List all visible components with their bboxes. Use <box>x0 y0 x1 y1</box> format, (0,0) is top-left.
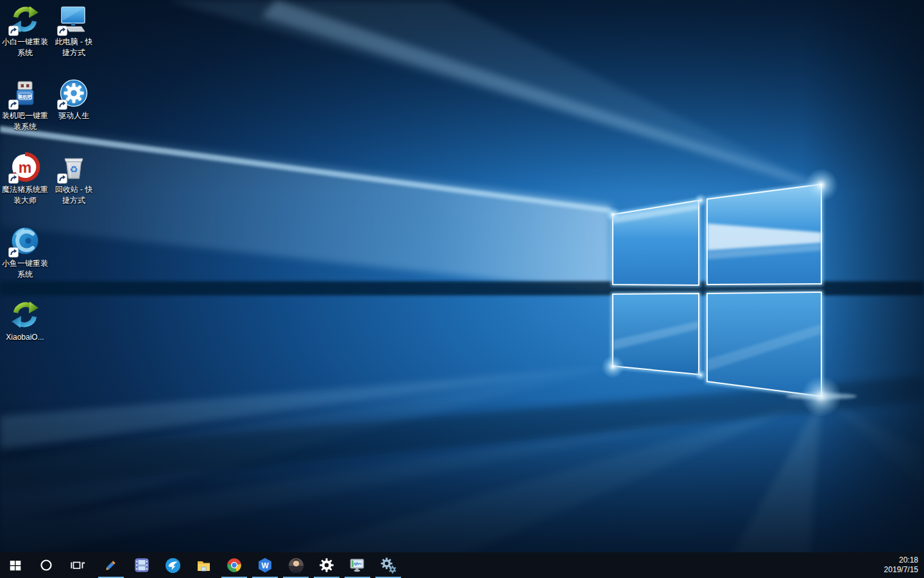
svg-text:装机吧: 装机吧 <box>18 94 33 100</box>
shortcut-arrow-icon <box>57 26 67 36</box>
taskbar-wps[interactable]: W <box>250 552 280 578</box>
taskbar-file-explorer[interactable] <box>188 552 219 578</box>
taskbar: W <box>0 552 924 578</box>
taskbar-gears-app[interactable] <box>373 552 404 578</box>
desktop-icon-this-pc[interactable]: 此电脑 - 快捷方式 <box>49 3 98 58</box>
shortcut-arrow-icon <box>8 173 19 184</box>
desktop: 小白一键重装系统 此电脑 - 快捷方式 <box>0 0 924 578</box>
shortcut-arrow-icon <box>8 100 19 110</box>
pencil-icon <box>103 557 119 574</box>
icon-label: 装机吧一键重装系统 <box>1 110 49 132</box>
task-view-button[interactable] <box>62 552 92 578</box>
taskbar-user-app[interactable] <box>280 552 311 578</box>
shortcut-arrow-icon <box>57 100 67 110</box>
performance-monitor-icon <box>348 556 366 574</box>
icon-label: 此电脑 - 快捷方式 <box>49 37 98 58</box>
desktop-icon-xiaobai-online[interactable]: XiaobaiO... <box>1 298 49 343</box>
taskbar-dingtalk-app[interactable] <box>157 552 188 578</box>
desktop-icon-xiaobai-reinstall[interactable]: 小白一键重装系统 <box>1 3 49 58</box>
film-strip-icon <box>133 557 150 574</box>
icon-label: 回收站 - 快捷方式 <box>49 184 98 206</box>
clock-time: 20:18 <box>884 556 918 565</box>
icon-label: 驱动人生 <box>49 110 98 121</box>
dingtalk-wing-icon <box>164 557 182 574</box>
win10-hero-wallpaper <box>0 0 924 578</box>
user-avatar-icon <box>287 557 305 574</box>
icon-label: 魔法猪系统重装大师 <box>1 184 49 206</box>
icon-label: XiaobaiO... <box>1 332 49 343</box>
search-button[interactable] <box>31 552 62 578</box>
taskbar-monitor-app[interactable] <box>342 552 373 578</box>
shortcut-arrow-icon <box>8 26 19 36</box>
taskbar-video-app[interactable] <box>126 552 157 578</box>
windows-logo-icon <box>8 558 22 572</box>
cortana-circle-icon <box>38 557 54 573</box>
desktop-icon-xiaoyu[interactable]: 小鱼一键重装系统 <box>1 224 49 280</box>
desktop-icon-driver-life[interactable]: 驱动人生 <box>49 76 98 121</box>
taskbar-clock[interactable]: 20:18 2019/7/15 <box>884 556 924 575</box>
desktop-icon-mofazhu[interactable]: m 魔法猪系统重装大师 <box>1 150 49 206</box>
gear-icon <box>318 557 335 574</box>
clock-date: 2019/7/15 <box>884 565 918 575</box>
double-gears-icon <box>379 556 397 574</box>
desktop-icon-zhuangjiba[interactable]: 装机吧 装机吧一键重装系统 <box>1 76 49 132</box>
chrome-icon <box>226 557 243 574</box>
shortcut-arrow-icon <box>8 247 19 258</box>
icon-label: 小白一键重装系统 <box>1 37 49 58</box>
folder-icon <box>195 557 212 574</box>
svg-text:♻: ♻ <box>69 164 78 175</box>
start-button[interactable] <box>0 552 31 578</box>
taskbar-settings[interactable] <box>311 552 342 578</box>
svg-text:W: W <box>261 561 269 570</box>
icon-label: 小鱼一键重装系统 <box>1 258 49 280</box>
shortcut-arrow-icon <box>57 173 67 184</box>
svg-text:m: m <box>19 159 31 176</box>
taskbar-chrome[interactable] <box>219 552 250 578</box>
task-view-icon <box>69 557 85 574</box>
taskbar-pencil-app[interactable] <box>96 552 126 578</box>
refresh-arrows-icon <box>10 299 40 330</box>
desktop-icon-recycle-bin[interactable]: ♻ 回收站 - 快捷方式 <box>49 150 98 206</box>
wps-office-icon: W <box>257 557 273 574</box>
